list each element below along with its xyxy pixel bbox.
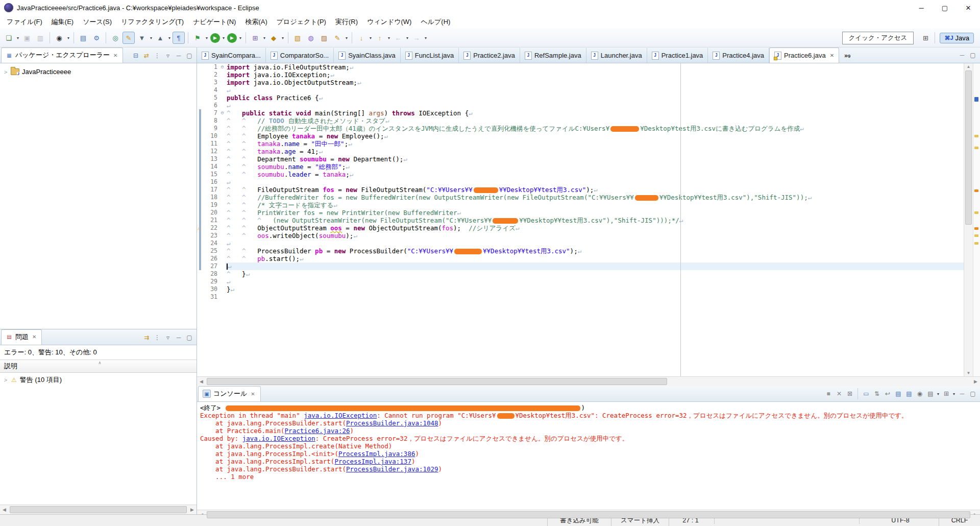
remove-launch-icon[interactable]: ✕ [834,389,844,399]
mark-occurrences-icon[interactable]: ✎ [122,32,135,44]
next-edit-location-icon[interactable]: ↑ [374,32,386,44]
open-resource-icon[interactable]: ▨ [318,32,330,44]
maximize-view-icon[interactable]: ▢ [184,332,194,343]
editor-tab-comparatorso-[interactable]: JComparatorSo... [266,48,334,63]
line-number[interactable]: 13 [204,155,219,163]
prev-annotation-dropdown-icon[interactable]: ▾ [167,32,172,43]
code-text[interactable]: ^ }↵ [226,270,964,278]
line-number[interactable]: 15 [204,171,219,178]
code-text[interactable]: ^ ^ /* 文字コードを指定する↵ [226,201,964,209]
open-type-hierarchy-icon[interactable]: ◎ [109,32,121,44]
menu-item[interactable]: ヘルプ(H) [416,16,455,28]
maximize-view-icon[interactable]: ▢ [968,389,978,399]
code-line[interactable]: 19^ ^ /* 文字コードを指定する↵ [197,201,964,209]
code-line[interactable]: 6↵ [197,102,964,109]
new-wizard-icon[interactable]: ❏ [3,32,15,44]
expand-arrow-icon[interactable]: > [3,377,8,383]
open-console-icon[interactable]: ⊞ [941,389,951,399]
line-number[interactable]: 17 [204,186,219,194]
new-java-project-dropdown-icon[interactable]: ▾ [262,32,267,43]
code-text[interactable]: ^ ^ //総務部のリーダー田中太郎（41歳）のインスタンスをJVM内に生成した… [226,125,964,132]
code-text[interactable]: ^ ^ PrintWriter fos = new PrintWriter(ne… [226,209,964,217]
editor-tab-practice4-java[interactable]: JPractice4.java [708,48,769,63]
scroll-left-icon[interactable]: ◀ [197,379,206,384]
code-line[interactable]: 1⊖import java.io.FileOutputStream;↵ [197,63,964,71]
external-tools-icon[interactable]: ◆ [267,32,280,44]
tab-problems[interactable]: ▤ 問題 ✕ [1,329,42,345]
close-view-icon[interactable]: ✕ [251,391,255,397]
tree-item-project[interactable]: >JJavaPracticeeee [0,66,197,77]
fold-marker-icon[interactable]: ⊖ [219,63,226,71]
code-line[interactable]: 25^ ^ ProcessBuilder pb = new ProcessBui… [197,247,964,255]
next-annotation-icon[interactable]: ▼ [136,32,148,44]
line-number[interactable]: 24 [204,240,219,247]
code-viewport[interactable]: 1⊖import java.io.FileOutputStream;↵2impo… [197,63,964,376]
expand-arrow-icon[interactable]: > [3,69,8,75]
next-annotation-dropdown-icon[interactable]: ▾ [149,32,154,43]
overview-marker[interactable] [974,234,978,237]
scroll-track[interactable] [9,505,188,514]
maximize-button[interactable]: ▢ [933,0,957,15]
code-text[interactable]: ↵ [226,262,964,270]
line-number[interactable]: 1 [204,63,219,71]
editor-tab-syaincompara-[interactable]: JSyainCompara... [197,48,266,63]
back-dropdown-icon[interactable]: ▾ [405,32,410,43]
scroll-thumb[interactable] [10,506,187,513]
line-number[interactable]: 26 [204,255,219,262]
preferences-icon[interactable]: ⚙ [90,32,103,44]
minimize-view-icon[interactable]: ─ [174,332,184,343]
close-tab-icon[interactable]: ✕ [830,53,834,58]
scroll-thumb[interactable] [965,70,972,225]
line-number[interactable]: 20 [204,209,219,217]
stack-trace-link[interactable]: java.io.IOException [304,412,377,419]
code-text[interactable]: ^ public static void main(String[] args)… [226,109,964,117]
line-number[interactable]: 8 [204,117,219,125]
problems-column-header[interactable]: 説明 ∧ [0,360,197,373]
scroll-track[interactable] [206,510,971,519]
remove-all-launches-icon[interactable]: ⊠ [845,389,855,399]
line-number[interactable]: 27 [204,262,219,270]
line-number[interactable]: 14 [204,163,219,171]
clear-console-icon[interactable]: ▭ [861,389,871,399]
code-text[interactable]: }↵ [226,285,964,293]
coverage-dropdown-icon[interactable]: ▾ [238,32,243,43]
code-text[interactable] [226,293,964,301]
editor-hscrollbar[interactable]: ◀ ▶ [197,376,980,386]
open-task-icon[interactable]: ▤ [77,32,89,44]
editor-tab-funclist-java[interactable]: JFuncList.java [401,48,459,63]
code-line[interactable]: 11^ ^ tanaka.name = "田中一郎";↵ [197,140,964,148]
overview-marker[interactable] [974,135,978,137]
overview-marker[interactable] [974,211,978,214]
code-line[interactable]: 15^ ^ soumubu.leader = tanaka;↵ [197,171,964,178]
code-text[interactable]: ^ ^ ^ (new OutputStreamWriter(new FileOu… [226,217,964,224]
code-line[interactable]: 5public class Practice6 {↵ [197,94,964,102]
code-line[interactable]: 10^ ^ Employee tanaka = new Employee();↵ [197,132,964,140]
word-wrap-icon[interactable]: ↩ [883,389,893,399]
tab-package-explorer[interactable]: ▦ パッケージ・エクスプローラー ✕ [1,47,123,63]
code-line[interactable]: 20^ ^ PrintWriter fos = new PrintWriter(… [197,209,964,217]
menu-item[interactable]: ソース(S) [78,16,116,28]
stack-trace-link[interactable]: ProcessImpl.java:386 [338,450,415,458]
next-edit-location-dropdown-icon[interactable]: ▾ [386,32,391,43]
problems-warning-group[interactable]: >⚠警告 (10 項目) [0,373,197,387]
stack-trace-link[interactable]: ProcessBuilder.java:1048 [346,419,438,427]
scroll-track[interactable] [206,377,971,386]
code-text[interactable]: ^ ^ soumubu.leader = tanaka;↵ [226,171,964,178]
scroll-down-icon[interactable]: ▼ [964,371,973,375]
line-number[interactable]: 9 [204,125,219,132]
code-line[interactable]: 18^ ^ //BufferedWriter fos = new Buffere… [197,194,964,201]
collapse-all-icon[interactable]: ⊟ [131,51,141,61]
annotate-icon[interactable]: ✎ [331,32,344,44]
debug-dropdown-icon[interactable]: ▾ [204,32,209,43]
stack-trace-link[interactable]: ProcessBuilder.java:1029 [346,465,438,473]
display-selected-console-icon[interactable]: ▤ [925,389,936,399]
overview-marker[interactable] [974,97,978,102]
line-number[interactable]: 29 [204,278,219,285]
minimize-button[interactable]: ─ [910,0,933,15]
team-sync-icon[interactable]: ◍ [305,32,317,44]
line-number[interactable]: 5 [204,94,219,102]
code-text[interactable]: import java.io.ObjectOutputStream;↵ [226,79,964,86]
show-whitespace-icon[interactable]: ¶ [173,32,185,44]
scroll-up-icon[interactable]: ▲ [964,64,973,69]
code-text[interactable]: ^ ^ oos.writeObject(soumubu);↵ [226,232,964,240]
